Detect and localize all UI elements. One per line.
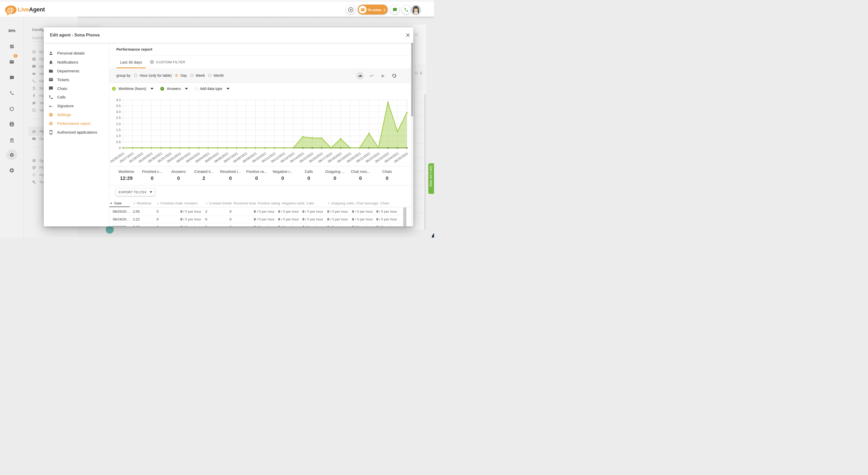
svg-text:1.5: 1.5 (116, 128, 121, 132)
svg-text:3.0: 3.0 (116, 110, 121, 114)
svg-text:2.5: 2.5 (116, 116, 121, 120)
svg-text:2.0: 2.0 (116, 122, 121, 126)
svg-text:@: @ (7, 6, 14, 14)
svg-text:3.5: 3.5 (116, 104, 121, 108)
svg-text:4.0: 4.0 (116, 98, 121, 102)
svg-text:0: 0 (119, 146, 121, 150)
svg-text:1.0: 1.0 (116, 134, 121, 138)
svg-text:0.5: 0.5 (116, 140, 121, 144)
